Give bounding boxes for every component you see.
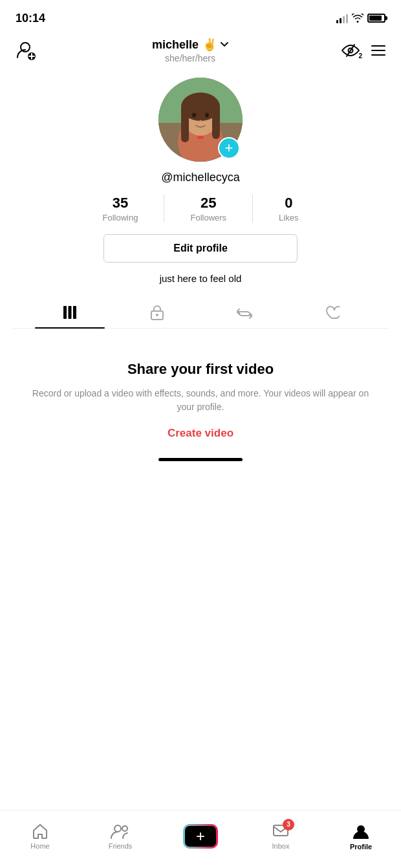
svg-point-15 xyxy=(199,120,202,122)
friends-icon xyxy=(110,823,131,840)
status-time: 10:14 xyxy=(16,12,45,25)
eye-icon xyxy=(341,44,360,57)
heart-icon xyxy=(324,305,340,320)
empty-description: Record or upload a video with effects, s… xyxy=(26,387,375,414)
svg-point-22 xyxy=(114,825,121,832)
chevron-down-icon xyxy=(221,42,228,47)
avatar-wrapper: + xyxy=(158,78,243,162)
stats-row: 35 Following 25 Followers 0 Likes xyxy=(13,195,388,222)
svg-rect-16 xyxy=(197,136,204,139)
add-user-icon xyxy=(16,41,36,60)
nav-center: michelle ✌️ she/her/hers xyxy=(152,38,228,63)
repost-icon xyxy=(237,305,252,320)
add-user-button[interactable] xyxy=(13,38,39,63)
status-icons xyxy=(336,13,385,23)
view-badge: 2 xyxy=(358,52,362,60)
empty-title: Share your first video xyxy=(127,361,274,378)
pronoun-text: she/her/hers xyxy=(152,53,228,63)
tab-videos[interactable] xyxy=(26,297,113,328)
svg-point-13 xyxy=(192,113,196,118)
grid-icon xyxy=(62,305,78,320)
nav-username[interactable]: michelle ✌️ xyxy=(152,38,228,52)
nav-friends[interactable]: Friends xyxy=(94,823,146,850)
empty-state: Share your first video Record or upload … xyxy=(0,348,401,453)
stat-likes[interactable]: 0 Likes xyxy=(252,195,324,222)
bio-text: just here to feel old xyxy=(160,273,242,284)
tab-private[interactable] xyxy=(113,297,200,328)
nav-home-label: Home xyxy=(30,842,49,850)
create-button[interactable]: + xyxy=(183,824,218,849)
nav-home[interactable]: Home xyxy=(14,823,66,850)
tab-liked[interactable] xyxy=(288,298,375,327)
profile-person-icon xyxy=(352,822,370,840)
create-button-inner: + xyxy=(185,826,216,847)
svg-point-23 xyxy=(122,826,127,831)
bottom-nav: Home Friends + 3 Inbox Profile xyxy=(0,810,401,868)
wifi-icon xyxy=(352,14,363,23)
nav-inbox-label: Inbox xyxy=(272,842,290,850)
nav-right: 2 xyxy=(341,43,388,58)
edit-profile-button[interactable]: Edit profile xyxy=(103,234,298,263)
svg-rect-18 xyxy=(68,306,71,319)
likes-count: 0 xyxy=(285,195,292,212)
svg-rect-12 xyxy=(212,103,220,139)
likes-label: Likes xyxy=(279,213,298,222)
nav-profile[interactable]: Profile xyxy=(335,822,387,851)
create-video-button[interactable]: Create video xyxy=(168,427,233,440)
view-counter-button[interactable]: 2 xyxy=(341,44,360,57)
following-label: Following xyxy=(103,213,138,222)
followers-label: Followers xyxy=(190,213,226,222)
avatar-add-button[interactable]: + xyxy=(218,137,240,159)
status-bar: 10:14 xyxy=(0,0,401,32)
nav-profile-label: Profile xyxy=(350,843,372,851)
svg-rect-17 xyxy=(63,306,67,319)
lock-icon xyxy=(150,305,164,320)
username-handle: @michellecyca xyxy=(161,171,239,184)
followers-count: 25 xyxy=(200,195,216,212)
tab-reposts[interactable] xyxy=(200,298,288,327)
battery-icon xyxy=(367,14,385,23)
svg-rect-19 xyxy=(73,306,76,319)
inbox-badge: 3 xyxy=(283,819,294,830)
top-nav: michelle ✌️ she/her/hers 2 xyxy=(0,32,401,71)
nav-inbox[interactable]: 3 Inbox xyxy=(255,823,307,850)
nav-create[interactable]: + xyxy=(175,824,226,849)
home-icon xyxy=(32,823,49,840)
svg-point-14 xyxy=(205,113,209,118)
following-count: 35 xyxy=(113,195,128,212)
home-indicator xyxy=(158,458,243,461)
profile-section: + @michellecyca 35 Following 25 Follower… xyxy=(0,71,401,348)
svg-rect-11 xyxy=(181,103,189,142)
content-tabs xyxy=(13,297,388,329)
signal-bars-icon xyxy=(336,13,348,23)
svg-point-21 xyxy=(156,314,158,316)
stat-following[interactable]: 35 Following xyxy=(77,195,164,222)
stat-followers[interactable]: 25 Followers xyxy=(164,195,252,222)
menu-button[interactable] xyxy=(369,43,388,58)
inbox-icon-wrapper: 3 xyxy=(272,823,289,840)
nav-friends-label: Friends xyxy=(109,842,133,850)
